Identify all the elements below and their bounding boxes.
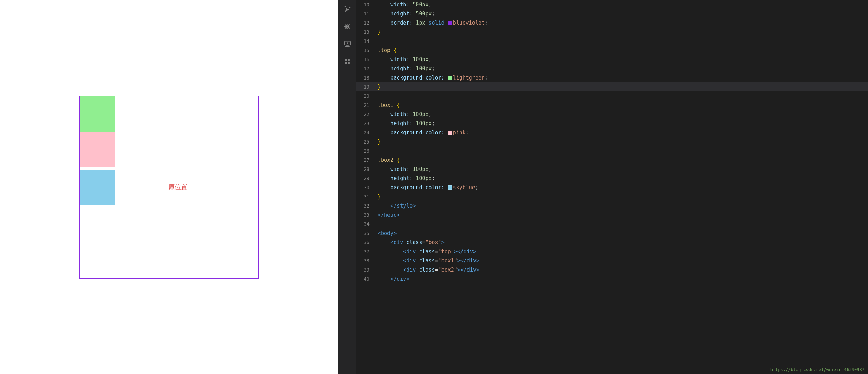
code-line: 23 height: 100px; <box>356 119 868 128</box>
token: background-color: <box>390 184 448 191</box>
token: .box1 <box>378 102 397 108</box>
token: ; <box>432 11 435 17</box>
token: ; <box>429 56 432 63</box>
line-number: 32 <box>356 201 376 210</box>
c-swatch-bv-swatch <box>448 21 452 25</box>
line-content: } <box>376 137 868 146</box>
line-content: } <box>376 82 868 91</box>
source-control-icon[interactable] <box>342 4 353 14</box>
code-line: 20 <box>356 91 868 101</box>
token: } <box>378 139 381 145</box>
extensions-icon[interactable] <box>342 56 353 67</box>
token: blueviolet <box>453 20 485 26</box>
token: 100px <box>413 166 428 172</box>
line-content: width: 100px; <box>376 110 868 119</box>
token: ; <box>429 111 432 118</box>
bug-icon[interactable] <box>342 21 353 32</box>
line-content: </head> <box>376 210 868 220</box>
line-number: 14 <box>356 37 376 46</box>
token: width: <box>390 111 413 118</box>
code-line: 29 height: 100px; <box>356 174 868 183</box>
sidebar <box>338 0 356 374</box>
token: "box2" <box>438 267 457 273</box>
svg-rect-2 <box>345 46 350 47</box>
preview-panel: 原位置 <box>0 0 338 374</box>
token <box>378 166 390 172</box>
token <box>378 239 390 246</box>
line-number: 27 <box>356 156 376 165</box>
code-line: 33</head> <box>356 210 868 220</box>
line-number: 13 <box>356 27 376 37</box>
line-number: 17 <box>356 64 376 73</box>
token: ; <box>432 65 435 72</box>
token <box>378 20 390 26</box>
code-line: 22 width: 100px; <box>356 110 868 119</box>
code-line: 31} <box>356 192 868 201</box>
code-line: 35<body> <box>356 229 868 238</box>
line-number: 29 <box>356 174 376 183</box>
token: 100px <box>413 111 428 118</box>
code-line: 14 <box>356 37 868 46</box>
token: } <box>378 194 381 200</box>
code-line: 38 <div class="box1"></div> <box>356 256 868 265</box>
token: pink <box>453 129 466 136</box>
line-number: 39 <box>356 265 376 274</box>
line-content: height: 100px; <box>376 119 868 128</box>
svg-point-3 <box>347 42 348 44</box>
token: { <box>397 157 400 163</box>
token: height: <box>390 11 416 17</box>
c-swatch-sb-swatch <box>448 185 452 190</box>
token: .top <box>378 47 393 53</box>
token: ; <box>466 129 469 136</box>
token <box>378 11 390 17</box>
token: 100px <box>416 120 432 127</box>
token: background-color: <box>390 75 448 81</box>
token: ; <box>429 1 432 8</box>
line-number: 18 <box>356 73 376 82</box>
preview-container: 原位置 <box>79 96 259 279</box>
token <box>378 75 390 81</box>
line-content: width: 100px; <box>376 55 868 64</box>
code-line: 36 <div class="box"> <box>356 238 868 247</box>
line-number: 40 <box>356 274 376 284</box>
code-line: 39 <div class="box2"></div> <box>356 265 868 274</box>
token: <div <box>403 267 419 273</box>
line-number: 23 <box>356 119 376 128</box>
line-content: background-color: skyblue; <box>376 183 868 192</box>
line-number: 31 <box>356 192 376 201</box>
remote-icon[interactable] <box>342 39 353 49</box>
code-lines: 10 width: 500px;11 height: 500px;12 bord… <box>356 0 868 284</box>
line-content: </style> <box>376 201 868 210</box>
code-line: 28 width: 100px; <box>356 165 868 174</box>
line-number: 20 <box>356 91 376 101</box>
token: ; <box>485 75 488 81</box>
token: ></div> <box>457 258 479 264</box>
line-number: 10 <box>356 0 376 9</box>
code-editor[interactable]: 10 width: 500px;11 height: 500px;12 bord… <box>356 0 868 374</box>
box-box2 <box>80 170 115 205</box>
line-content: <div class="box2"></div> <box>376 265 868 274</box>
line-number: 36 <box>356 238 376 247</box>
token: ></div> <box>457 267 479 273</box>
token <box>378 1 390 8</box>
token <box>378 258 403 264</box>
token: height: <box>390 65 416 72</box>
code-line: 32 </style> <box>356 201 868 210</box>
code-line: 21.box1 { <box>356 101 868 110</box>
line-number: 30 <box>356 183 376 192</box>
token: = <box>435 258 438 264</box>
line-number: 21 <box>356 101 376 110</box>
code-line: 34 <box>356 220 868 229</box>
token: width: <box>390 56 413 63</box>
token: width: <box>390 1 413 8</box>
line-content: <body> <box>376 229 868 238</box>
token: <div <box>390 239 406 246</box>
token: "box1" <box>438 258 457 264</box>
token: ></div> <box>454 248 476 255</box>
token: ; <box>475 184 478 191</box>
line-content: height: 100px; <box>376 64 868 73</box>
line-content: <div class="box"> <box>376 238 868 247</box>
code-line: 16 width: 100px; <box>356 55 868 64</box>
token <box>378 248 403 255</box>
line-number: 34 <box>356 220 376 229</box>
